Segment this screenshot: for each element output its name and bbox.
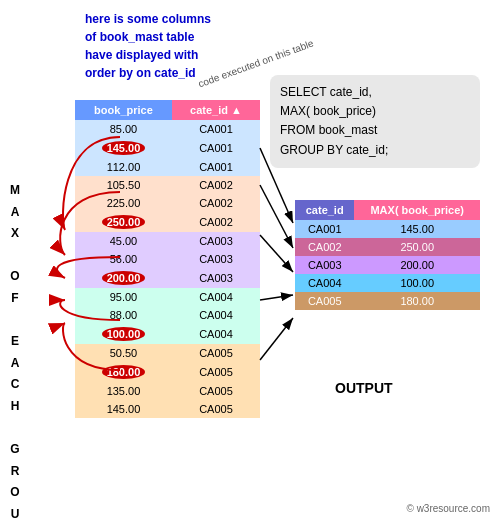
out-cate-id-cell: CA004	[295, 274, 354, 292]
table-row: 45.00CA003	[75, 232, 260, 250]
cate-id-cell: CA005	[172, 382, 260, 400]
cate-id-cell: CA003	[172, 268, 260, 288]
table-row: 200.00CA003	[75, 268, 260, 288]
table-row: 145.00CA001	[75, 138, 260, 158]
cate-id-cell: CA003	[172, 232, 260, 250]
book-price-cell: 100.00	[75, 324, 172, 344]
book-table: book_price cate_id ▲ 85.00CA001145.00CA0…	[75, 100, 260, 418]
table-row: 250.00CA002	[75, 212, 260, 232]
sql-line4: GROUP BY cate_id;	[280, 143, 388, 157]
max-of-each-group-label: MAXOFEACHGROUP	[10, 180, 20, 519]
main-container: here is some columns of book_mast table …	[0, 0, 500, 519]
book-price-cell: 50.50	[75, 344, 172, 362]
out-col-max-price: MAX( book_price)	[354, 200, 480, 220]
book-price-cell: 135.00	[75, 382, 172, 400]
table-row: 105.50CA002	[75, 176, 260, 194]
book-price-cell: 105.50	[75, 176, 172, 194]
book-price-cell: 56.00	[75, 250, 172, 268]
output-label: OUTPUT	[335, 380, 393, 396]
table-row: 95.00CA004	[75, 288, 260, 306]
book-price-cell: 250.00	[75, 212, 172, 232]
annotation-line3: have displayed with	[85, 46, 211, 64]
book-price-cell: 145.00	[75, 400, 172, 418]
copyright: © w3resource.com	[406, 503, 490, 514]
out-col-cate-id: cate_id	[295, 200, 354, 220]
table-row: 180.00CA005	[75, 362, 260, 382]
book-price-cell: 85.00	[75, 120, 172, 138]
table-row: CA003200.00	[295, 256, 480, 274]
table-row: CA005180.00	[295, 292, 480, 310]
table-row: 50.50CA005	[75, 344, 260, 362]
col-header-book-price: book_price	[75, 100, 172, 120]
cate-id-cell: CA001	[172, 138, 260, 158]
table-row: 56.00CA003	[75, 250, 260, 268]
book-price-cell: 95.00	[75, 288, 172, 306]
out-max-price-cell: 145.00	[354, 220, 480, 238]
annotation-line2: of book_mast table	[85, 28, 211, 46]
book-price-cell: 225.00	[75, 194, 172, 212]
output-table: cate_id MAX( book_price) CA001145.00CA00…	[295, 200, 480, 310]
table-row: 145.00CA005	[75, 400, 260, 418]
book-price-cell: 200.00	[75, 268, 172, 288]
cate-id-cell: CA001	[172, 158, 260, 176]
cate-id-cell: CA005	[172, 344, 260, 362]
table-row: 100.00CA004	[75, 324, 260, 344]
col-header-cate-id: cate_id ▲	[172, 100, 260, 120]
annotation-line4: order by on cate_id	[85, 64, 211, 82]
out-cate-id-cell: CA005	[295, 292, 354, 310]
out-cate-id-cell: CA001	[295, 220, 354, 238]
table-row: 85.00CA001	[75, 120, 260, 138]
sql-box: SELECT cate_id, MAX( book_price) FROM bo…	[270, 75, 480, 168]
book-price-cell: 112.00	[75, 158, 172, 176]
annotation-line1: here is some columns	[85, 10, 211, 28]
out-max-price-cell: 180.00	[354, 292, 480, 310]
book-price-cell: 45.00	[75, 232, 172, 250]
table-row: 112.00CA001	[75, 158, 260, 176]
cate-id-cell: CA003	[172, 250, 260, 268]
out-max-price-cell: 250.00	[354, 238, 480, 256]
sql-line2: MAX( book_price)	[280, 104, 376, 118]
cate-id-cell: CA005	[172, 362, 260, 382]
sql-line3: FROM book_mast	[280, 123, 377, 137]
cate-id-cell: CA002	[172, 176, 260, 194]
out-max-price-cell: 100.00	[354, 274, 480, 292]
cate-id-cell: CA002	[172, 194, 260, 212]
cate-id-cell: CA004	[172, 306, 260, 324]
out-cate-id-cell: CA002	[295, 238, 354, 256]
table-row: 135.00CA005	[75, 382, 260, 400]
cate-id-cell: CA004	[172, 288, 260, 306]
cate-id-cell: CA001	[172, 120, 260, 138]
cate-id-cell: CA002	[172, 212, 260, 232]
book-price-cell: 145.00	[75, 138, 172, 158]
table-row: CA004100.00	[295, 274, 480, 292]
out-max-price-cell: 200.00	[354, 256, 480, 274]
sql-line1: SELECT cate_id,	[280, 85, 372, 99]
table-row: 225.00CA002	[75, 194, 260, 212]
table-row: CA001145.00	[295, 220, 480, 238]
table-row: 88.00CA004	[75, 306, 260, 324]
book-price-cell: 180.00	[75, 362, 172, 382]
annotation-text: here is some columns of book_mast table …	[85, 10, 211, 82]
table-row: CA002250.00	[295, 238, 480, 256]
cate-id-cell: CA005	[172, 400, 260, 418]
cate-id-cell: CA004	[172, 324, 260, 344]
book-price-cell: 88.00	[75, 306, 172, 324]
out-cate-id-cell: CA003	[295, 256, 354, 274]
